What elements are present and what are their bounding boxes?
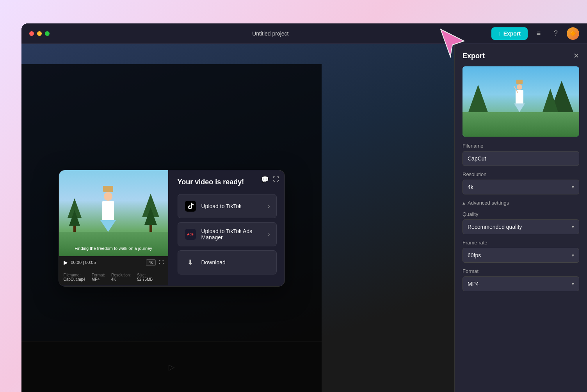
editor-area: 💬 ⛶: [21, 44, 454, 392]
chevron-down-icon-4: ▾: [572, 281, 574, 287]
thumb-tree-1: [468, 85, 488, 112]
resolution-select[interactable]: 4k ▾: [462, 180, 579, 194]
play-button[interactable]: ▶: [64, 259, 68, 265]
tree-right: [142, 194, 159, 232]
framerate-label: Frame rate: [462, 240, 579, 246]
top-bar-actions: ↑ Export ≡ ? 🔶: [491, 27, 579, 40]
person-shape: [100, 186, 116, 232]
format-select[interactable]: MP4 ▾: [462, 276, 579, 291]
menu-button[interactable]: ≡: [532, 27, 545, 40]
avatar: 🔶: [570, 30, 576, 36]
size-info: Size: 52.75MB: [137, 273, 153, 282]
app-window: Untitled project ↑ Export ≡ ? 🔶: [21, 23, 587, 392]
tree-left: [68, 198, 82, 232]
tiktok-icon: [184, 200, 197, 212]
resolution-info: Resolution: 4K: [111, 273, 131, 282]
modal-body: Finding the freedom to walk on a journey…: [59, 170, 285, 286]
filename-label: Filename: [462, 143, 579, 149]
export-close-button[interactable]: ✕: [573, 52, 579, 60]
thumb-ground: [462, 112, 579, 137]
help-icon: ?: [554, 29, 558, 37]
ground: [59, 232, 168, 256]
video-scene: Finding the freedom to walk on a journey: [59, 170, 168, 256]
modal-overlay: 💬 ⛶: [21, 64, 322, 392]
quality-select[interactable]: Recommended quality ▾: [462, 219, 579, 234]
upload-tiktok-button[interactable]: Upload to TikTok ›: [178, 194, 277, 218]
feedback-icon: 💬: [261, 176, 269, 183]
svg-marker-0: [441, 29, 464, 57]
chevron-down-icon: ▾: [572, 184, 574, 190]
video-player[interactable]: Finding the freedom to walk on a journey: [59, 170, 168, 256]
video-caption: Finding the freedom to walk on a journey: [59, 246, 168, 251]
upload-tiktok-ads-button[interactable]: Ads Upload to TikTok Ads Manager ›: [178, 222, 277, 246]
modal-header-icons: 💬 ⛶: [261, 176, 279, 183]
help-button[interactable]: ?: [550, 27, 562, 40]
format-label: Format: [462, 268, 579, 274]
quality-label: Quality: [462, 211, 579, 217]
thumb-tree-3: [543, 89, 558, 112]
thumb-person: [514, 80, 525, 112]
tiktok-ads-icon: Ads: [184, 228, 197, 241]
chevron-right-icon: ›: [268, 203, 270, 209]
time-display: 00:00 | 00:05: [71, 260, 143, 265]
filename-input[interactable]: [462, 151, 579, 166]
top-bar: Untitled project ↑ Export ≡ ? 🔶: [21, 23, 587, 44]
chevron-right-icon-2: ›: [268, 231, 270, 237]
download-button[interactable]: ⬇ Download: [178, 250, 277, 274]
export-panel: Export ✕: [454, 44, 587, 392]
video-preview-section: Finding the freedom to walk on a journey…: [59, 170, 168, 286]
export-preview-thumbnail: [462, 66, 579, 137]
chevron-down-icon-3: ▾: [572, 253, 574, 258]
thumbnail-scene: [462, 66, 579, 137]
avatar-button[interactable]: 🔶: [567, 27, 579, 40]
expand-icon: ⛶: [273, 176, 279, 182]
video-controls: ▶ 00:00 | 00:05 4k ⛶: [59, 256, 168, 269]
fullscreen-icon-button[interactable]: ⛶: [273, 176, 279, 183]
main-content: 💬 ⛶: [21, 44, 587, 392]
modal-actions-section: Your video is ready!: [168, 170, 285, 286]
format-info: Format: MP4: [92, 273, 105, 282]
cursor-arrow-decoration: [439, 27, 466, 60]
file-info: Filename: CapCut.mp4 Format: MP4 Resolut…: [59, 269, 168, 285]
resolution-label: Resolution: [462, 171, 579, 177]
export-panel-header: Export ✕: [462, 52, 579, 60]
chevron-down-icon-2: ▾: [572, 224, 574, 230]
menu-icon: ≡: [537, 29, 541, 37]
feedback-icon-button[interactable]: 💬: [261, 176, 269, 183]
filename-info: Filename: CapCut.mp4: [64, 273, 85, 282]
download-icon: ⬇: [184, 256, 197, 269]
quality-badge: 4k: [146, 259, 156, 266]
advanced-settings-toggle[interactable]: ▴ Advanced settings: [462, 200, 509, 206]
video-ready-modal: 💬 ⛶: [59, 170, 285, 287]
export-button[interactable]: ↑ Export: [491, 27, 528, 40]
project-title: Untitled project: [252, 30, 288, 37]
framerate-select[interactable]: 60fps ▾: [462, 248, 579, 263]
fullscreen-button[interactable]: ⛶: [159, 260, 164, 265]
upload-icon: ↑: [498, 30, 501, 37]
window-controls: [29, 31, 50, 36]
chevron-up-icon: ▴: [462, 200, 465, 206]
